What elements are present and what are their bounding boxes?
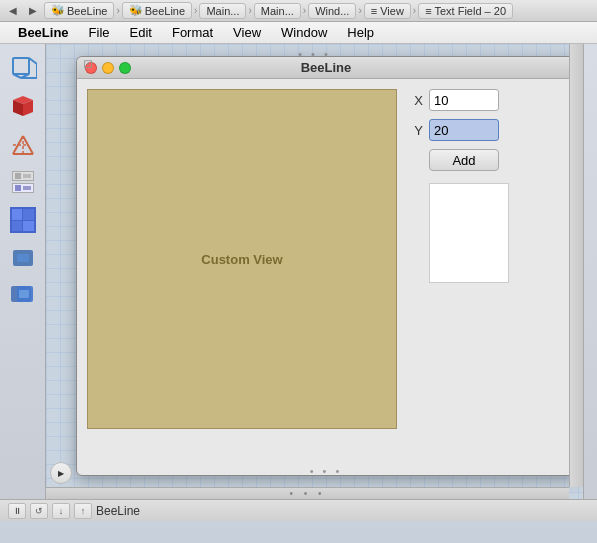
content-area: • • • ⊡ BeeLine Custom View (46, 44, 583, 499)
menu-edit[interactable]: Edit (120, 23, 162, 42)
forward-button[interactable]: ▶ (24, 2, 42, 20)
x-label: X (407, 93, 423, 108)
status-label: BeeLine (96, 504, 140, 518)
play-area: ▶ (50, 462, 72, 484)
tool-grid-view[interactable] (7, 204, 39, 236)
download-button[interactable]: ↓ (52, 503, 70, 519)
breadcrumb-label-3: Main... (206, 5, 239, 17)
beeline-icon-1: 🐝 (51, 4, 65, 17)
y-label: Y (407, 123, 423, 138)
menu-beeline[interactable]: BeeLine (8, 23, 79, 42)
window-collapse-icon[interactable]: ⊡ (83, 57, 93, 71)
breadcrumb-toolbar: ◀ ▶ 🐝 BeeLine › 🐝 BeeLine › Main... › Ma… (0, 0, 597, 22)
tool-cube-outline[interactable] (7, 52, 39, 84)
menubar: BeeLine File Edit Format View Window Hel… (0, 22, 597, 44)
breadcrumb-textfield[interactable]: ≡ Text Field – 20 (418, 3, 513, 19)
svg-rect-13 (19, 290, 29, 298)
breadcrumb-trail: 🐝 BeeLine › 🐝 BeeLine › Main... › Main..… (44, 2, 593, 19)
menu-view[interactable]: View (223, 23, 271, 42)
play-button[interactable]: ▶ (50, 462, 72, 484)
right-sidebar (583, 44, 597, 499)
upload-button[interactable]: ↑ (74, 503, 92, 519)
breadcrumb-view[interactable]: ≡ View (364, 3, 411, 19)
scrollbar-dots: • • • (289, 488, 325, 499)
breadcrumb-beeline-2[interactable]: 🐝 BeeLine (122, 2, 192, 19)
menu-file[interactable]: File (79, 23, 120, 42)
bottom-toolbar: ⏸ ↺ ↓ ↑ BeeLine (0, 499, 597, 521)
window-minimize-button[interactable] (102, 62, 114, 74)
tool-blue-box-2[interactable] (7, 280, 39, 312)
breadcrumb-separator-6: › (413, 5, 416, 16)
breadcrumb-separator-3: › (248, 5, 251, 16)
x-field-row: X (407, 89, 565, 111)
tool-red-cube[interactable] (7, 90, 39, 122)
refresh-button[interactable]: ↺ (30, 503, 48, 519)
tool-blue-box-1[interactable] (7, 242, 39, 274)
breadcrumb-label-7: ≡ Text Field – 20 (425, 5, 506, 17)
breadcrumb-label-1: BeeLine (67, 5, 107, 17)
menu-window[interactable]: Window (271, 23, 337, 42)
back-button[interactable]: ◀ (4, 2, 22, 20)
add-button[interactable]: Add (429, 149, 499, 171)
window-body: Custom View X Y Add (77, 79, 575, 475)
breadcrumb-label-4: Main... (261, 5, 294, 17)
tool-list-view[interactable] (7, 166, 39, 198)
breadcrumb-separator-1: › (116, 5, 119, 16)
breadcrumb-label-5: Wind... (315, 5, 349, 17)
pause-button[interactable]: ⏸ (8, 503, 26, 519)
menu-format[interactable]: Format (162, 23, 223, 42)
x-input[interactable] (429, 89, 499, 111)
right-panel: X Y Add (407, 89, 565, 465)
breadcrumb-main-1[interactable]: Main... (199, 3, 246, 19)
breadcrumb-main-2[interactable]: Main... (254, 3, 301, 19)
breadcrumb-separator-4: › (303, 5, 306, 16)
left-sidebar (0, 44, 46, 499)
window-titlebar: BeeLine (77, 57, 575, 79)
y-field-row: Y (407, 119, 565, 141)
horizontal-scrollbar[interactable]: • • • (46, 487, 569, 499)
beeline-icon-2: 🐝 (129, 4, 143, 17)
breadcrumb-separator-2: › (194, 5, 197, 16)
custom-view-label: Custom View (201, 252, 282, 267)
breadcrumb-label-6: ≡ View (371, 5, 404, 17)
svg-rect-10 (17, 254, 29, 262)
white-box (429, 183, 509, 283)
window-bottom-dots: • • • (310, 465, 343, 477)
window-maximize-button[interactable] (119, 62, 131, 74)
breadcrumb-label-2: BeeLine (145, 5, 185, 17)
svg-rect-0 (13, 58, 29, 74)
y-input[interactable] (429, 119, 499, 141)
menu-help[interactable]: Help (337, 23, 384, 42)
main-area: • • • ⊡ BeeLine Custom View (0, 44, 597, 499)
breadcrumb-separator-5: › (358, 5, 361, 16)
inner-window: ⊡ BeeLine Custom View (76, 56, 576, 476)
breadcrumb-wind[interactable]: Wind... (308, 3, 356, 19)
window-title: BeeLine (301, 60, 352, 75)
breadcrumb-beeline-1[interactable]: 🐝 BeeLine (44, 2, 114, 19)
custom-view-canvas: Custom View (87, 89, 397, 429)
vertical-scrollbar[interactable] (569, 44, 583, 487)
tool-triangle[interactable] (7, 128, 39, 160)
